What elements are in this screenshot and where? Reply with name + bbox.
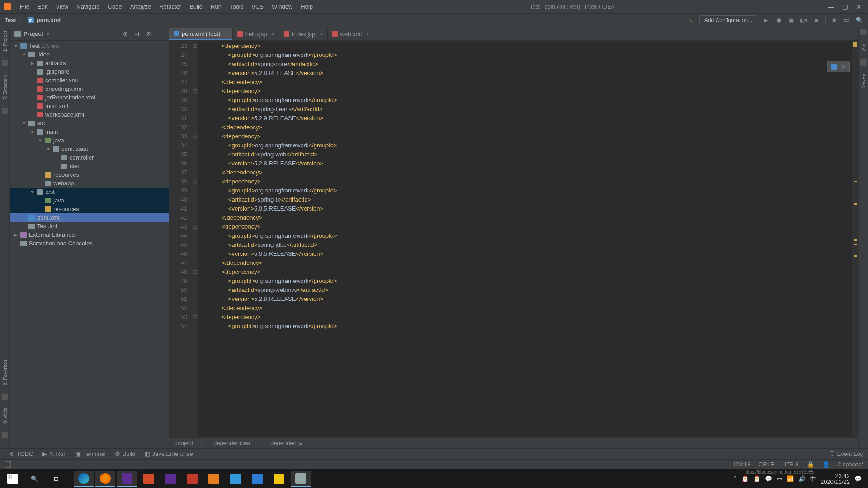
update-icon[interactable]: ▣ bbox=[830, 16, 838, 24]
tree-node-main[interactable]: ▼main bbox=[10, 127, 169, 136]
menu-build[interactable]: Build bbox=[186, 1, 206, 12]
maximize-icon[interactable]: ▢ bbox=[842, 3, 848, 10]
tree-node-src[interactable]: ▼src bbox=[10, 119, 169, 127]
search-button[interactable]: 🔍 bbox=[24, 471, 44, 487]
search-icon[interactable]: 🔍 bbox=[855, 16, 863, 24]
notepad-icon[interactable] bbox=[291, 471, 311, 487]
crumb-project[interactable]: project bbox=[175, 440, 193, 446]
edge-icon[interactable] bbox=[74, 471, 94, 487]
profile-icon[interactable]: ◐▾ bbox=[800, 16, 808, 24]
tab-pom-xml-test-[interactable]: pom.xml (Test)× bbox=[169, 28, 233, 40]
tree-node-test-iml[interactable]: Test.iml bbox=[10, 222, 169, 230]
tree-node--idea[interactable]: ▼.idea bbox=[10, 50, 169, 59]
expand-icon[interactable]: ⇉ bbox=[133, 30, 141, 38]
menu-navigate[interactable]: Navigate bbox=[73, 1, 103, 12]
close-icon[interactable]: ✕ bbox=[841, 63, 846, 70]
code-content[interactable]: <dependency> <groupId>org.springframewor… bbox=[198, 41, 852, 437]
debug-icon[interactable]: ⬢ bbox=[774, 16, 783, 24]
close-icon[interactable]: × bbox=[225, 31, 227, 36]
volume-icon[interactable]: 🔊 bbox=[798, 475, 806, 482]
status-indent[interactable]: 2 spaces* bbox=[838, 461, 863, 468]
warning-marker[interactable] bbox=[854, 244, 857, 245]
menu-tools[interactable]: Tools bbox=[226, 1, 247, 12]
close-icon[interactable]: × bbox=[271, 31, 274, 37]
firefox-icon[interactable] bbox=[95, 471, 115, 487]
wechat-icon[interactable]: 💬 bbox=[765, 475, 772, 482]
tree-node--gitignore[interactable]: .gitignore bbox=[10, 67, 169, 76]
menu-edit[interactable]: Edit bbox=[34, 1, 51, 12]
gutter-structure[interactable]: 7: Structure bbox=[2, 72, 8, 102]
tray-icon[interactable]: 🎅 bbox=[741, 475, 749, 482]
web-icon[interactable] bbox=[2, 432, 8, 438]
marker-stripe[interactable] bbox=[852, 41, 858, 437]
star-icon[interactable] bbox=[2, 394, 8, 400]
tree-node-scratches-and-consoles[interactable]: Scratches and Consoles bbox=[10, 239, 169, 248]
add-configuration-button[interactable]: Add Configuration... bbox=[699, 15, 757, 25]
menu-vcs[interactable]: VCS bbox=[248, 1, 267, 12]
wifi-icon[interactable]: 📶 bbox=[787, 475, 794, 482]
menu-view[interactable]: View bbox=[52, 1, 72, 12]
tree-node-controller[interactable]: controller bbox=[10, 153, 169, 162]
menu-window[interactable]: Window bbox=[268, 1, 296, 12]
locate-icon[interactable]: ⊕ bbox=[122, 30, 129, 38]
status-toggle-icon[interactable] bbox=[5, 461, 11, 468]
warning-indicator[interactable] bbox=[853, 42, 857, 47]
tree-node-misc-xml[interactable]: misc.xml bbox=[10, 102, 169, 110]
screen-icon[interactable]: ▭ bbox=[843, 16, 851, 24]
system-tray[interactable]: ˄ 🎅 🎅 💬 ▭ 📶 🔊 中 https://blog.csdn.net/qq… bbox=[734, 473, 865, 485]
fold-gutter[interactable]: ⊟⊟⊟⊟⊟⊟⊟ bbox=[192, 41, 198, 437]
tree-node-workspace-xml[interactable]: workspace.xml bbox=[10, 110, 169, 119]
tray-icon[interactable]: 🎅 bbox=[753, 475, 760, 482]
run-icon[interactable]: ▶ bbox=[762, 16, 770, 24]
ant-icon[interactable] bbox=[860, 29, 867, 35]
gutter-ant[interactable]: Ant bbox=[861, 42, 866, 53]
menu-file[interactable]: File bbox=[16, 1, 33, 12]
gutter-maven[interactable]: Maven bbox=[861, 72, 866, 90]
tree-node-pom-xml[interactable]: pom.xml bbox=[10, 213, 169, 222]
tree-node-java[interactable]: java bbox=[10, 196, 169, 205]
intellij-icon[interactable] bbox=[117, 471, 137, 487]
app-icon-h[interactable] bbox=[139, 471, 159, 487]
inspection-icon[interactable]: 👤 bbox=[822, 461, 830, 468]
tab-web-xml[interactable]: web.xml× bbox=[328, 28, 374, 40]
battery-icon[interactable]: ▭ bbox=[777, 475, 782, 482]
tree-node-external-libraries[interactable]: ▶External Libraries bbox=[10, 230, 169, 239]
explorer-icon[interactable] bbox=[269, 471, 289, 487]
coverage-icon[interactable]: ◉ bbox=[787, 16, 795, 24]
event-log-button[interactable]: 🗨 Event Log bbox=[829, 450, 863, 457]
tree-node-encodings-xml[interactable]: encodings.xml bbox=[10, 84, 169, 93]
tab-index-jsp[interactable]: index.jsp× bbox=[279, 28, 328, 40]
task-view-button[interactable]: ⊟ bbox=[46, 471, 66, 487]
collapse-icon[interactable]: — bbox=[157, 30, 164, 38]
tree-node-artifacts[interactable]: ▶artifacts bbox=[10, 59, 169, 67]
menu-help[interactable]: Help bbox=[297, 1, 316, 12]
tree-node-test[interactable]: ▼TestD:\Test bbox=[10, 42, 169, 50]
tool-6-todo[interactable]: ≡6: TODO bbox=[5, 450, 33, 457]
warning-marker[interactable] bbox=[854, 239, 857, 241]
tool-terminal[interactable]: ▣Terminal bbox=[75, 450, 105, 457]
tree-node-java[interactable]: ▼java bbox=[10, 136, 169, 145]
menu-run[interactable]: Run bbox=[207, 1, 225, 12]
gutter-project[interactable]: 1: Project bbox=[2, 29, 8, 53]
gutter-icon[interactable] bbox=[2, 108, 8, 114]
build-icon[interactable]: ↘ bbox=[687, 16, 695, 24]
tree-node-resources[interactable]: resources bbox=[10, 170, 169, 179]
tree-node-jarrepositories-xml[interactable]: jarRepositories.xml bbox=[10, 93, 169, 102]
tree-node-resources[interactable]: resources bbox=[10, 205, 169, 213]
maven-reload-pill[interactable]: ✕ bbox=[827, 61, 850, 72]
status-encoding[interactable]: UTF-8 bbox=[782, 461, 799, 468]
maven-tool-icon[interactable] bbox=[860, 59, 867, 66]
warning-marker[interactable] bbox=[854, 203, 857, 205]
app-icon-orange[interactable] bbox=[204, 471, 224, 487]
editor-body[interactable]: 2324252627282930313233343536373839404142… bbox=[169, 41, 858, 437]
crumb-dependency[interactable]: dependency bbox=[270, 440, 302, 446]
warning-marker[interactable] bbox=[854, 255, 857, 257]
close-icon[interactable]: × bbox=[366, 31, 369, 37]
gutter-favorites[interactable]: 2: Favorites bbox=[2, 358, 8, 387]
stop-icon[interactable]: ■ bbox=[812, 16, 821, 24]
tree-node-dao[interactable]: dao bbox=[10, 162, 169, 170]
minimize-icon[interactable]: — bbox=[828, 3, 834, 10]
status-line-sep[interactable]: CRLF bbox=[759, 461, 774, 468]
ime-icon[interactable]: 中 bbox=[810, 475, 816, 483]
app-icon-red[interactable] bbox=[182, 471, 202, 487]
